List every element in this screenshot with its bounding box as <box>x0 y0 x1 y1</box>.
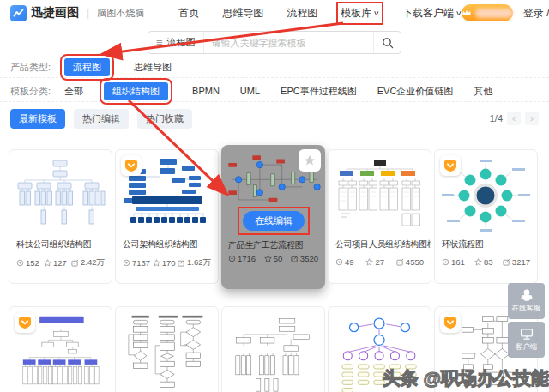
filter-uml[interactable]: UML <box>240 86 260 96</box>
template-title: 公司架构组织结构图 <box>116 236 218 250</box>
star-icon <box>303 154 317 167</box>
template-title: 公司项目人员组织结构图模板 <box>329 236 431 250</box>
search-category-value: 流程图 <box>167 36 196 49</box>
online-support-button[interactable]: 在线客服 <box>508 283 545 319</box>
vip-badge-icon <box>440 155 461 176</box>
login-register-link[interactable]: 登录 / 注册 <box>523 6 549 21</box>
header: 迅捷画图 | 脑图不烧脑 首页 思维导图 流程图 模板库∨ 下载客户端∨ 登录 … <box>0 0 549 26</box>
chevron-down-icon: ∨ <box>455 9 462 17</box>
search-category-select[interactable]: ≡ 流程图 <box>148 32 204 53</box>
filter-flowchart[interactable]: 流程图 <box>64 58 110 76</box>
tab-popular-edited[interactable]: 热门编辑 <box>74 109 129 129</box>
monitor-icon <box>520 328 534 341</box>
edit-icon <box>71 259 79 267</box>
vip-badge-icon <box>121 155 142 176</box>
pagination-next-button[interactable]: › <box>525 112 539 125</box>
template-stats: 1716 50 3520 <box>228 254 318 263</box>
pagination-prev-button[interactable]: ‹ <box>507 112 521 125</box>
edit-icon <box>396 258 404 266</box>
template-thumbnail-mind-map <box>329 307 431 392</box>
template-grid-row2 <box>0 306 549 392</box>
filter-other[interactable]: 其他 <box>474 85 492 98</box>
filter-org-chart[interactable]: 组织结构图 <box>104 82 168 100</box>
template-title: 环状流程图 <box>435 236 537 250</box>
search-icon <box>382 37 394 49</box>
star-icon <box>264 255 272 262</box>
floating-sidebar: 在线客服 客户端 <box>508 283 545 358</box>
filter-evc[interactable]: EVC企业价值链图 <box>377 85 454 98</box>
brand-logo-icon <box>10 5 27 21</box>
template-thumbnail-org-chart <box>329 150 431 236</box>
nav-download-client[interactable]: 下载客户端∨ <box>402 6 462 21</box>
edit-icon <box>178 259 185 267</box>
search-box: ≡ 流程图 <box>148 31 401 54</box>
template-thumbnail-org-chart <box>9 150 112 236</box>
template-card[interactable]: 科技公司组织结构图 152 127 2.42万 <box>9 149 112 284</box>
template-card[interactable]: 环状流程图 161 83 3217 <box>434 149 538 284</box>
template-card[interactable] <box>9 306 112 392</box>
template-card[interactable]: 公司项目人员组织结构图模板 49 27 4550 <box>328 149 431 284</box>
online-support-label: 在线客服 <box>512 304 541 314</box>
nav-template-library[interactable]: 模板库∨ <box>341 6 379 21</box>
nav-flowchart[interactable]: 流程图 <box>287 6 317 21</box>
template-stats: 161 83 3217 <box>435 250 537 267</box>
views-icon <box>335 258 343 266</box>
vip-button[interactable] <box>462 4 513 21</box>
template-title: 科技公司组织结构图 <box>9 236 112 250</box>
views-icon <box>16 259 24 267</box>
template-thumbnail-org-chart <box>222 307 324 392</box>
views-icon <box>442 258 449 266</box>
filter-label: 模板分类: <box>10 85 51 98</box>
star-icon <box>365 258 373 266</box>
filter-epc[interactable]: EPC事件过程线图 <box>281 85 357 98</box>
favorite-star-button[interactable] <box>299 149 321 172</box>
filter-row-product-type: 产品类型: 流程图 思维导图 <box>0 57 549 78</box>
filter-all[interactable]: 全部 <box>64 85 83 98</box>
star-icon <box>474 258 482 266</box>
vip-badge-icon <box>440 312 461 333</box>
brand-tagline: 脑图不烧脑 <box>97 7 144 20</box>
template-card[interactable]: 公司架构组织结构图 7137 170 1.62万 <box>115 149 219 284</box>
tab-newest-templates[interactable]: 最新模板 <box>10 109 65 129</box>
search-input[interactable] <box>204 38 373 48</box>
censored-label <box>475 9 513 18</box>
hamburger-icon: ≡ <box>156 37 163 48</box>
filter-mindmap[interactable]: 思维导图 <box>134 61 172 74</box>
template-stats: 152 127 2.42万 <box>9 250 112 268</box>
nav-mindmap[interactable]: 思维导图 <box>222 6 263 21</box>
desktop-client-label: 客户端 <box>516 342 538 353</box>
template-thumbnail-flowchart <box>116 307 218 392</box>
filter-bpmn[interactable]: BPMN <box>192 86 220 96</box>
template-stats: 7137 170 1.62万 <box>116 250 218 268</box>
views-icon <box>123 259 130 267</box>
template-card[interactable] <box>115 306 219 392</box>
brand-name: 迅捷画图 <box>31 5 79 21</box>
star-icon <box>153 259 160 267</box>
filter-row-template-category: 模板分类: 全部 组织结构图 BPMN UML EPC事件过程线图 EVC企业价… <box>0 81 549 102</box>
qq-icon <box>520 288 534 302</box>
template-stats: 49 27 4550 <box>329 250 431 267</box>
views-icon <box>228 255 236 262</box>
divider: | <box>87 7 89 19</box>
desktop-client-button[interactable]: 客户端 <box>508 322 545 358</box>
main-nav: 首页 思维导图 流程图 模板库∨ 下载客户端∨ <box>178 6 462 21</box>
template-card[interactable] <box>221 306 325 392</box>
vip-badge-icon <box>15 312 35 333</box>
annotation-box-edit-button: 在线编辑 <box>238 207 310 235</box>
template-title: 产品生产工艺流程图 <box>228 239 320 251</box>
search-button[interactable] <box>373 32 401 53</box>
edit-icon <box>291 255 299 262</box>
crown-icon <box>462 9 472 17</box>
filter-label: 产品类型: <box>10 61 51 74</box>
template-grid-row1: 科技公司组织结构图 152 127 2.42万 <box>0 149 549 289</box>
template-card[interactable] <box>328 306 431 392</box>
edit-icon <box>503 258 510 266</box>
online-edit-button[interactable]: 在线编辑 <box>243 211 305 231</box>
nav-home[interactable]: 首页 <box>178 6 199 21</box>
template-card-hovered[interactable]: 在线编辑 产品生产工艺流程图 1716 50 3520 <box>221 145 325 289</box>
tab-popular-favorited[interactable]: 热门收藏 <box>137 109 192 129</box>
pagination: 1/4 ‹ › <box>490 112 539 125</box>
chevron-down-icon: ∨ <box>373 9 380 17</box>
search-row: ≡ 流程图 <box>0 31 549 54</box>
sort-row: 最新模板 热门编辑 热门收藏 1/4 ‹ › <box>0 108 549 129</box>
